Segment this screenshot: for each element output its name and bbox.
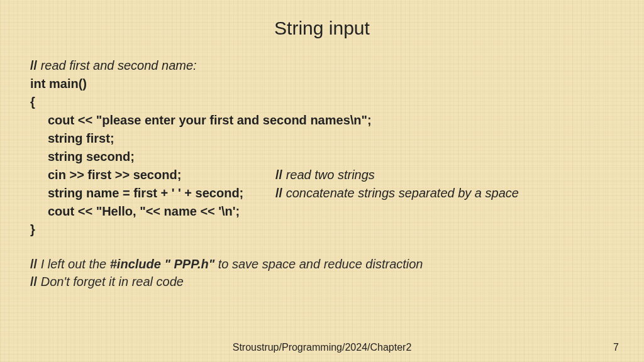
note-line: // Don't forget it in real code — [30, 273, 614, 290]
comment-slash: // — [30, 275, 37, 288]
code-text: string second; — [48, 150, 135, 163]
comment-slash: // — [30, 257, 37, 271]
code-line-with-comment: cin >> first >> second; // read two stri… — [30, 166, 614, 184]
slide-title: String input — [30, 18, 614, 39]
code-text: cout << "please enter your first and sec… — [48, 113, 372, 127]
comment-text: concatenate strings separated by a space — [282, 186, 519, 200]
code-line: cout << "please enter your first and sec… — [30, 111, 614, 129]
note-text: to save space and reduce distraction — [214, 257, 423, 271]
note-text: Don't forget it in real code — [37, 275, 184, 288]
code-line: int main() — [30, 75, 614, 93]
note-line: // I left out the #include " PPP.h" to s… — [30, 255, 614, 273]
notes-block: // I left out the #include " PPP.h" to s… — [30, 255, 614, 290]
code-text: cin >> first >> second; — [48, 168, 181, 182]
code-text: cout << "Hello, "<< name << '\n'; — [48, 204, 240, 218]
note-text: I left out the — [37, 257, 110, 271]
comment-slash: // — [275, 186, 282, 200]
code-text: string name = first + ' ' + second; — [48, 186, 243, 200]
code-line-with-comment: string name = first + ' ' + second; // c… — [30, 184, 614, 202]
code-text: string first; — [48, 131, 114, 145]
code-line: cout << "Hello, "<< name << '\n'; — [30, 202, 614, 221]
comment-slash: // — [30, 58, 37, 72]
code-line: { — [30, 93, 614, 111]
slide: String input // read first and second na… — [0, 0, 644, 362]
note-bold: #include " PPP.h" — [110, 257, 214, 271]
code-line: string first; — [30, 129, 614, 148]
page-number: 7 — [613, 342, 619, 353]
code-block: // read first and second name: int main(… — [30, 57, 614, 239]
code-line: string second; — [30, 148, 614, 166]
code-line: } — [30, 221, 614, 239]
footer-text: Stroustrup/Programming/2024/Chapter2 — [0, 342, 644, 353]
code-comment-top: // read first and second name: — [30, 57, 614, 75]
comment-text: read first and second name: — [37, 58, 196, 72]
comment-text: read two strings — [282, 168, 375, 182]
comment-slash: // — [275, 168, 282, 182]
